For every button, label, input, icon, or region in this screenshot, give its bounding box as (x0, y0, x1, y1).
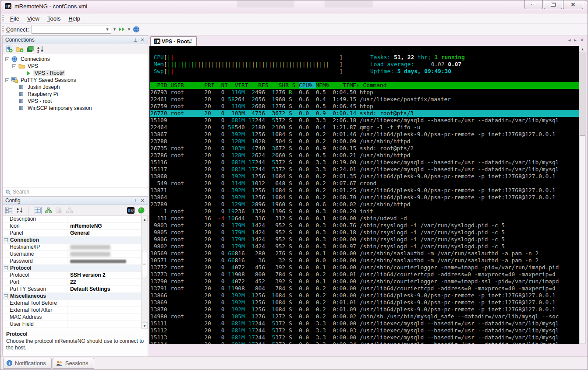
new-connection-icon[interactable] (5, 46, 13, 53)
property-row-protocol[interactable]: ProtocolSSH version 2 (3, 272, 141, 279)
scrollbar-thumb[interactable] (142, 251, 147, 277)
statusbar-tab-sessions[interactable]: Sessions (53, 358, 94, 369)
session-tab-vps-root[interactable]: R VPS - Root# (150, 36, 197, 46)
tab-close-icon[interactable]: ✕ (580, 37, 584, 43)
close-icon[interactable]: ✕ (139, 197, 146, 204)
search-box[interactable] (3, 187, 148, 197)
category-expander-icon[interactable]: − (4, 266, 8, 270)
quick-connect-button[interactable] (118, 26, 126, 33)
property-row-description[interactable]: Description (3, 216, 141, 223)
categorized-view-icon[interactable] (5, 207, 13, 214)
property-row-hostname-ip[interactable]: Hostname/IP (3, 244, 141, 251)
maximize-button[interactable] (544, 0, 562, 9)
property-row-putty-session[interactable]: PuTTY SessionDefault Settings (3, 286, 141, 293)
property-value[interactable] (67, 251, 141, 257)
property-row-panel[interactable]: PanelGeneral (3, 230, 141, 237)
property-value[interactable]: 22 (67, 279, 141, 285)
property-row-external-tool-after[interactable]: External Tool After (3, 307, 141, 314)
connection-status-icon[interactable] (137, 207, 145, 214)
property-value[interactable] (67, 314, 141, 321)
svg-text:R: R (131, 208, 134, 213)
tree-expander-icon[interactable]: − (5, 57, 9, 61)
tree-item-connections[interactable]: −Connections (3, 56, 148, 63)
tree-item-winscp-temporary-session[interactable]: WinSCP temporary session (3, 105, 148, 112)
pin-icon[interactable]: ⊥ (132, 37, 139, 43)
tab-scroll-right-icon[interactable]: ▸ (574, 37, 577, 43)
property-row-port[interactable]: Port22 (3, 279, 141, 286)
tree-item-vps[interactable]: −VPS (3, 63, 148, 70)
alphabetical-view-icon[interactable]: AZ (16, 207, 24, 214)
category-expander-icon[interactable]: − (4, 238, 8, 242)
process-row: 9806 root 20 0 179M 1424 952 S 0.0 0.3 0… (150, 236, 579, 243)
menu-item-tools[interactable]: Tools (43, 14, 64, 23)
property-value[interactable] (67, 216, 141, 222)
show-properties-icon[interactable] (34, 207, 42, 214)
htop-column-header[interactable]: PID USER PRI NI VIRT RES SHR S CPU% MEM%… (150, 82, 579, 89)
chevron-down-icon[interactable]: ▼ (126, 27, 132, 32)
property-row-protocol[interactable]: −Protocol (3, 265, 141, 272)
minimize-button[interactable] (524, 0, 543, 9)
property-value[interactable]: mRemoteNG (67, 223, 141, 229)
tree-expander-icon[interactable]: − (5, 78, 9, 82)
column-header-pid: PID (150, 82, 170, 88)
sort-az-icon[interactable]: AZ (37, 46, 45, 53)
property-value[interactable] (67, 300, 141, 307)
show-inheritance-icon[interactable] (44, 207, 52, 214)
tree-item-putty-saved-sessions[interactable]: −PuTTY Saved Sessions (3, 77, 148, 84)
scroll-up-icon[interactable]: ▲ (579, 46, 586, 53)
search-input[interactable] (13, 189, 146, 195)
property-value[interactable] (67, 244, 141, 250)
column-header-ni: NI (218, 82, 231, 88)
statusbar-tab-label: Sessions (65, 360, 89, 366)
property-row-icon[interactable]: IconmRemoteNG (3, 223, 141, 230)
panels-icon[interactable] (26, 46, 34, 53)
chevron-down-icon[interactable]: ▼ (111, 27, 118, 32)
category-expander-icon[interactable]: − (4, 294, 8, 298)
scrollbar-thumb[interactable] (580, 135, 585, 343)
mremoteng-properties-icon[interactable]: R (127, 207, 135, 214)
new-folder-icon[interactable] (16, 46, 24, 53)
tree-item-vps-root[interactable]: VPS - Root# (3, 70, 148, 77)
terminal[interactable]: CPU[|| ]Tasks: 51, 22 thr; 1 running Mem… (149, 46, 586, 344)
tree-item-raspberry-pi[interactable]: Raspberry Pi (3, 91, 148, 98)
tab-scroll-left-icon[interactable]: ◂ (568, 37, 571, 43)
globe-toolbar-icon[interactable] (132, 26, 140, 33)
tree-item-vps-root[interactable]: VPS - root (3, 98, 148, 105)
property-grid-scrollbar[interactable]: ▲ ▼ (141, 216, 148, 329)
scroll-up-icon[interactable]: ▲ (142, 216, 148, 222)
menu-item-file[interactable]: File (6, 14, 23, 23)
chevron-down-icon[interactable]: ▼ (104, 25, 111, 33)
config-toolbar: AZ R (3, 205, 148, 216)
terminal-scrollbar[interactable]: ▲ (579, 46, 586, 344)
menu-item-view[interactable]: View (23, 14, 43, 23)
process-row: 15111 20 0 681M 17244 5372 S 0.0 3.3 0:0… (150, 320, 579, 327)
menu-item-help[interactable]: Help (64, 14, 84, 23)
redacted-password (70, 260, 126, 263)
close-icon[interactable]: ✕ (139, 37, 146, 43)
titlebar[interactable]: R mRemoteNG - confCons.xml ✕ (0, 0, 588, 14)
property-value[interactable] (67, 307, 141, 314)
property-row-connection[interactable]: −Connection (3, 237, 141, 244)
property-value[interactable]: SSH version 2 (67, 272, 141, 278)
connect-combobox[interactable]: ▼ (32, 25, 111, 34)
process-row: 14980 root 20 0 105M 1276 1272 S 0.0 0.2… (150, 313, 579, 320)
property-value[interactable] (67, 321, 141, 328)
property-value[interactable] (67, 258, 141, 264)
close-button[interactable]: ✕ (563, 0, 583, 9)
property-row-user-field[interactable]: User Field (3, 321, 141, 328)
process-row: 9803 root 20 0 179M 1424 952 S 0.0 0.3 0… (150, 222, 579, 229)
tree-item-justin-joseph[interactable]: Justin Joseph (3, 84, 148, 91)
tree-item-label: PuTTY Saved Sessions (19, 77, 78, 83)
tree-expander-icon[interactable]: − (12, 64, 16, 68)
property-row-username[interactable]: Username (3, 251, 141, 258)
property-row-mac-address[interactable]: MAC Address (3, 314, 141, 321)
window-title: mRemoteNG - confCons.xml (14, 3, 87, 10)
property-value[interactable]: General (67, 230, 141, 236)
scroll-down-icon[interactable]: ▼ (142, 322, 148, 329)
property-value[interactable]: Default Settings (67, 286, 141, 292)
property-row-external-tool-before[interactable]: External Tool Before (3, 300, 141, 307)
property-row-miscellaneous[interactable]: −Miscellaneous (3, 293, 141, 300)
statusbar-tab-notifications[interactable]: iNotifications (3, 358, 52, 369)
pin-icon[interactable]: ⊥ (132, 197, 139, 204)
property-row-password[interactable]: Password (3, 258, 141, 265)
